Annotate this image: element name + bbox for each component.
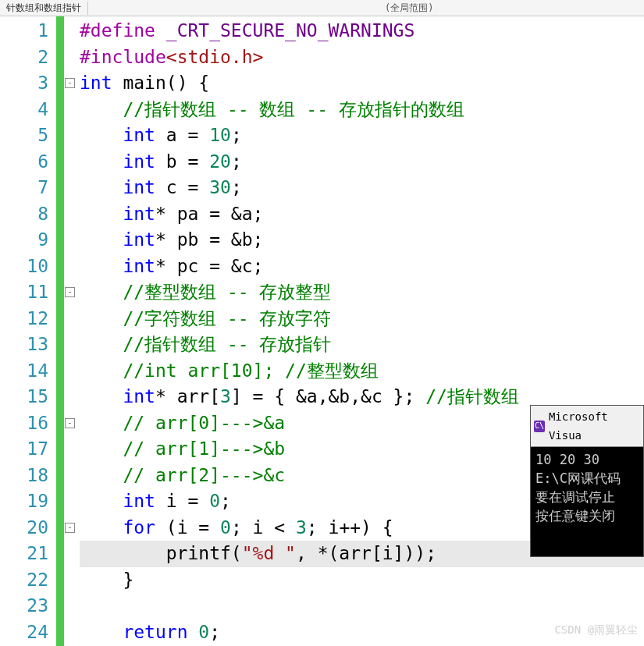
code-line[interactable]: //指针数组 -- 数组 -- 存放指针的数组 (80, 97, 644, 123)
code-line[interactable]: #define _CRT_SECURE_NO_WARNINGS (80, 18, 644, 44)
code-line[interactable]: int* pc = &c; (80, 254, 644, 280)
code-line[interactable]: int c = 30; (80, 175, 644, 201)
line-number: 7 (0, 175, 48, 201)
line-number: 17 (0, 436, 48, 463)
console-titlebar[interactable]: C\ Microsoft Visua (531, 406, 643, 447)
line-number: 15 (0, 384, 48, 410)
code-line[interactable]: //字符数组 -- 存放字符 (80, 306, 644, 332)
file-tab[interactable]: 针数组和数组指针 (0, 2, 88, 15)
code-line[interactable]: int main() { (80, 70, 644, 97)
line-number: 8 (0, 201, 48, 228)
editor-topbar: 针数组和数组指针 (全局范围) (0, 0, 644, 16)
watermark: CSDN @雨翼轻尘 (554, 623, 638, 637)
fold-toggle[interactable]: - (65, 287, 75, 297)
fold-toggle[interactable]: - (65, 78, 75, 88)
line-number: 13 (0, 332, 48, 358)
line-number: 22 (0, 567, 48, 594)
line-number: 3 (0, 70, 48, 97)
line-number-gutter: 123456789101112131415161718192021222324 (0, 16, 56, 646)
code-line[interactable]: //int arr[10]; //整型数组 (80, 358, 644, 385)
line-number: 19 (0, 488, 48, 515)
line-number: 10 (0, 254, 48, 280)
fold-toggle[interactable]: - (65, 418, 75, 428)
code-line[interactable]: int a = 10; (80, 122, 644, 149)
line-number: 4 (0, 97, 48, 123)
line-number: 1 (0, 18, 48, 44)
line-number: 5 (0, 122, 48, 149)
change-indicator-bar (56, 16, 64, 646)
line-number: 18 (0, 463, 48, 489)
code-line[interactable] (80, 593, 644, 619)
line-number: 11 (0, 279, 48, 306)
code-line[interactable]: #include<stdio.h> (80, 44, 644, 71)
line-number: 23 (0, 593, 48, 619)
console-output: 10 20 30 E:\C网课代码 要在调试停止 按任意键关闭 (531, 447, 643, 556)
console-title: Microsoft Visua (549, 407, 640, 445)
code-editor[interactable]: 123456789101112131415161718192021222324 … (0, 16, 644, 646)
code-line[interactable]: int* pa = &a; (80, 201, 644, 228)
console-window[interactable]: C\ Microsoft Visua 10 20 30 E:\C网课代码 要在调… (530, 405, 644, 557)
line-number: 12 (0, 306, 48, 332)
code-line[interactable]: int* pb = &b; (80, 227, 644, 254)
code-line[interactable]: //整型数组 -- 存放整型 (80, 279, 644, 306)
line-number: 24 (0, 619, 48, 646)
line-number: 21 (0, 541, 48, 567)
line-number: 9 (0, 227, 48, 254)
line-number: 16 (0, 410, 48, 437)
line-number: 14 (0, 358, 48, 385)
console-icon: C\ (534, 421, 545, 432)
code-line[interactable]: } (80, 567, 644, 594)
code-line[interactable]: int b = 20; (80, 149, 644, 176)
line-number: 20 (0, 515, 48, 541)
line-number: 2 (0, 44, 48, 71)
fold-column: ---- (64, 16, 75, 646)
fold-toggle[interactable]: - (65, 523, 75, 533)
scope-dropdown[interactable]: (全局范围) (385, 2, 433, 15)
code-line[interactable]: //指针数组 -- 存放指针 (80, 332, 644, 358)
line-number: 6 (0, 149, 48, 176)
